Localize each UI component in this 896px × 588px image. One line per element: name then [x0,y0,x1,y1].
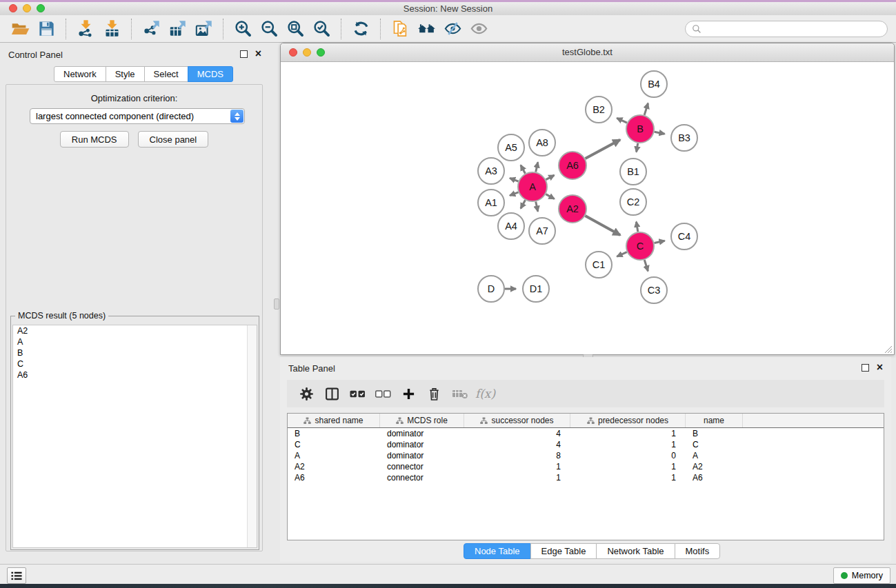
mcds-result-item[interactable]: A [13,336,257,347]
graph-edge-C-C4[interactable] [655,241,665,243]
float-panel-button[interactable] [240,50,248,58]
cell-mcds-role[interactable]: dominator [380,428,464,439]
cell-predecessor-nodes[interactable]: 0 [570,450,686,461]
graph-node-A4[interactable]: A4 [498,213,524,239]
zoom-out-button[interactable] [256,17,282,41]
table-row[interactable]: Adominator80A [288,450,884,461]
network-window-title-bar[interactable]: testGlobe.txt [281,43,894,62]
minimize-window-button[interactable] [23,4,31,12]
cell-name[interactable]: B [686,428,743,439]
cell-predecessor-nodes[interactable]: 1 [570,439,686,450]
hide-selected-button[interactable] [439,17,466,41]
graph-node-C1[interactable]: C1 [586,252,612,278]
graph-node-A[interactable]: A [518,172,547,201]
run-mcds-button[interactable]: Run MCDS [60,131,129,148]
tab-mcds[interactable]: MCDS [188,66,233,82]
refresh-button[interactable] [348,17,374,41]
table-settings-button[interactable] [294,383,319,404]
graph-node-C4[interactable]: C4 [671,223,697,250]
mcds-result-item[interactable]: A2 [13,325,257,336]
network-canvas[interactable]: B4B2BB3A5A8A6A3B1AA1C2A2A4A7C4CC1C3DD1 [281,62,894,355]
graph-edge-A-A2[interactable] [546,194,554,199]
cell-successor-nodes[interactable]: 8 [464,450,570,461]
graph-node-A2[interactable]: A2 [559,195,586,223]
search-field[interactable] [685,21,888,37]
graph-edge-C-C1[interactable] [617,252,626,257]
cell-name[interactable]: C [686,439,743,450]
import-network-button[interactable] [72,17,99,41]
tab-edge-table[interactable]: Edge Table [530,543,597,559]
cell-shared-name[interactable]: A2 [288,461,380,472]
cell-successor-nodes[interactable]: 4 [464,428,570,439]
cell-shared-name[interactable]: A [288,450,380,461]
mcds-result-item[interactable]: B [13,347,257,358]
graph-edge-B-B4[interactable] [644,103,648,115]
new-network-from-selection-button[interactable] [387,17,413,41]
cell-name[interactable]: A2 [686,461,743,472]
table-row[interactable]: A2connector11A2 [288,461,884,472]
cell-shared-name[interactable]: C [288,439,380,450]
graph-edge-A-A5[interactable] [521,165,526,174]
graph-edge-C-C2[interactable] [637,222,638,232]
graph-edge-A-A7[interactable] [536,202,538,212]
zoom-window-button[interactable] [37,4,45,12]
column-header-predecessor-nodes[interactable]: predecessor nodes [570,414,686,427]
tab-select[interactable]: Select [144,66,188,82]
float-panel-button[interactable] [862,364,869,372]
cell-mcds-role[interactable]: dominator [380,439,464,450]
cell-shared-name[interactable]: A6 [288,472,380,483]
cell-predecessor-nodes[interactable]: 1 [570,428,686,439]
cell-predecessor-nodes[interactable]: 1 [570,472,686,483]
column-header-successor-nodes[interactable]: successor nodes [464,414,570,427]
column-header-mcds-role[interactable]: MCDS role [380,414,464,427]
zoom-fit-button[interactable] [282,17,308,41]
graph-edge-B-B3[interactable] [655,132,665,134]
tab-node-table[interactable]: Node Table [464,543,531,559]
graph-node-B4[interactable]: B4 [641,71,667,97]
cell-predecessor-nodes[interactable]: 1 [570,461,686,472]
graph-node-C[interactable]: C [626,232,654,260]
graph-node-B3[interactable]: B3 [671,125,697,151]
table-row[interactable]: Bdominator41B [288,428,884,439]
graph-node-D1[interactable]: D1 [523,276,549,302]
add-column-button[interactable] [396,383,421,404]
cell-mcds-role[interactable]: dominator [380,450,464,461]
minimize-window-button[interactable] [303,48,311,57]
cell-successor-nodes[interactable]: 1 [464,472,570,483]
export-image-button[interactable] [190,17,217,41]
graph-node-A8[interactable]: A8 [529,130,555,156]
graph-node-A7[interactable]: A7 [529,218,555,244]
export-network-button[interactable] [138,17,164,41]
zoom-window-button[interactable] [317,48,325,57]
cell-name[interactable]: A6 [686,472,743,483]
mcds-result-item[interactable]: A6 [13,369,257,381]
graph-edge-C-C3[interactable] [644,260,648,271]
tab-style[interactable]: Style [106,66,145,82]
graph-node-D[interactable]: D [478,276,504,302]
open-session-button[interactable] [7,17,33,41]
graph-node-B2[interactable]: B2 [586,97,612,123]
tab-network-table[interactable]: Network Table [596,543,675,559]
zoom-in-button[interactable] [230,17,256,41]
graph-edge-B-B1[interactable] [637,143,638,152]
save-session-button[interactable] [33,17,59,41]
close-panel-button[interactable]: × [877,363,883,372]
graph-node-C2[interactable]: C2 [620,189,646,215]
graph-edge-A-A4[interactable] [521,200,526,208]
deselect-all-columns-button[interactable] [370,383,396,404]
criterion-select[interactable]: largest connected component (directed) [30,108,245,124]
split-table-button[interactable] [319,383,345,404]
export-table-button[interactable] [164,17,190,41]
tab-network[interactable]: Network [54,66,106,82]
zoom-selected-button[interactable] [308,17,335,41]
graph-node-B[interactable]: B [626,115,654,143]
graph-edge-A6-B[interactable] [586,140,621,159]
delete-columns-button[interactable] [421,383,447,404]
cell-successor-nodes[interactable]: 4 [464,439,570,450]
close-panel-button-2[interactable]: Close panel [138,131,209,148]
table-row[interactable]: Cdominator41C [288,439,884,450]
graph-node-A3[interactable]: A3 [478,158,504,184]
graph-node-A1[interactable]: A1 [478,190,504,216]
graph-node-B1[interactable]: B1 [620,159,646,185]
column-header-shared-name[interactable]: shared name [288,414,380,427]
